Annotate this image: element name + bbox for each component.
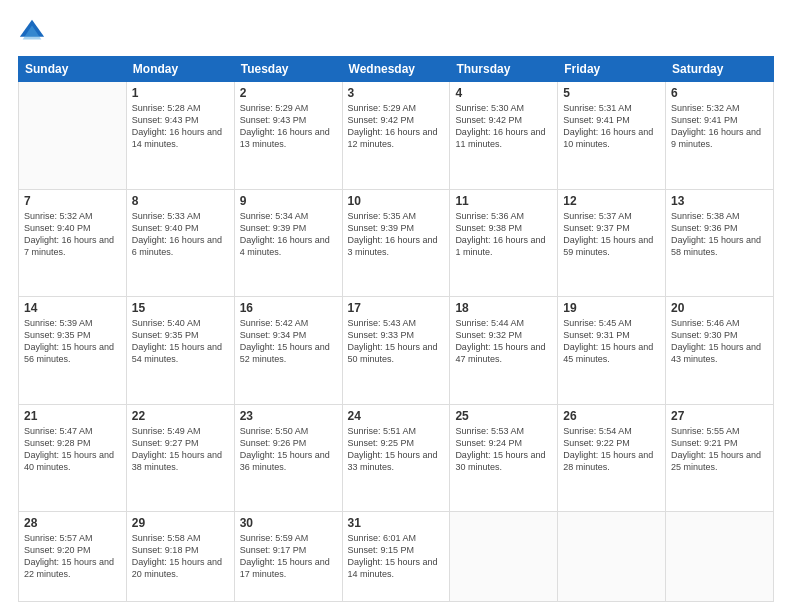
calendar-cell: 22Sunrise: 5:49 AMSunset: 9:27 PMDayligh… bbox=[126, 404, 234, 512]
weekday-header-saturday: Saturday bbox=[666, 57, 774, 82]
cell-info: Sunrise: 5:30 AMSunset: 9:42 PMDaylight:… bbox=[455, 102, 552, 151]
calendar-cell bbox=[19, 82, 127, 190]
page: SundayMondayTuesdayWednesdayThursdayFrid… bbox=[0, 0, 792, 612]
logo-icon bbox=[18, 18, 46, 46]
day-number: 25 bbox=[455, 409, 552, 423]
cell-info: Sunrise: 5:44 AMSunset: 9:32 PMDaylight:… bbox=[455, 317, 552, 366]
cell-info: Sunrise: 5:36 AMSunset: 9:38 PMDaylight:… bbox=[455, 210, 552, 259]
day-number: 6 bbox=[671, 86, 768, 100]
day-number: 1 bbox=[132, 86, 229, 100]
cell-info: Sunrise: 5:53 AMSunset: 9:24 PMDaylight:… bbox=[455, 425, 552, 474]
cell-info: Sunrise: 5:46 AMSunset: 9:30 PMDaylight:… bbox=[671, 317, 768, 366]
day-number: 18 bbox=[455, 301, 552, 315]
calendar-cell: 6Sunrise: 5:32 AMSunset: 9:41 PMDaylight… bbox=[666, 82, 774, 190]
day-number: 14 bbox=[24, 301, 121, 315]
cell-info: Sunrise: 5:45 AMSunset: 9:31 PMDaylight:… bbox=[563, 317, 660, 366]
cell-info: Sunrise: 5:35 AMSunset: 9:39 PMDaylight:… bbox=[348, 210, 445, 259]
day-number: 19 bbox=[563, 301, 660, 315]
calendar-cell: 30Sunrise: 5:59 AMSunset: 9:17 PMDayligh… bbox=[234, 512, 342, 602]
calendar-week-4: 21Sunrise: 5:47 AMSunset: 9:28 PMDayligh… bbox=[19, 404, 774, 512]
day-number: 24 bbox=[348, 409, 445, 423]
calendar-table: SundayMondayTuesdayWednesdayThursdayFrid… bbox=[18, 56, 774, 602]
weekday-header-row: SundayMondayTuesdayWednesdayThursdayFrid… bbox=[19, 57, 774, 82]
day-number: 17 bbox=[348, 301, 445, 315]
day-number: 30 bbox=[240, 516, 337, 530]
cell-info: Sunrise: 5:55 AMSunset: 9:21 PMDaylight:… bbox=[671, 425, 768, 474]
day-number: 22 bbox=[132, 409, 229, 423]
calendar-week-3: 14Sunrise: 5:39 AMSunset: 9:35 PMDayligh… bbox=[19, 297, 774, 405]
cell-info: Sunrise: 5:58 AMSunset: 9:18 PMDaylight:… bbox=[132, 532, 229, 581]
cell-info: Sunrise: 5:54 AMSunset: 9:22 PMDaylight:… bbox=[563, 425, 660, 474]
cell-info: Sunrise: 5:57 AMSunset: 9:20 PMDaylight:… bbox=[24, 532, 121, 581]
cell-info: Sunrise: 5:34 AMSunset: 9:39 PMDaylight:… bbox=[240, 210, 337, 259]
calendar-cell: 27Sunrise: 5:55 AMSunset: 9:21 PMDayligh… bbox=[666, 404, 774, 512]
calendar-cell: 1Sunrise: 5:28 AMSunset: 9:43 PMDaylight… bbox=[126, 82, 234, 190]
weekday-header-monday: Monday bbox=[126, 57, 234, 82]
calendar-cell: 16Sunrise: 5:42 AMSunset: 9:34 PMDayligh… bbox=[234, 297, 342, 405]
day-number: 2 bbox=[240, 86, 337, 100]
calendar-cell: 21Sunrise: 5:47 AMSunset: 9:28 PMDayligh… bbox=[19, 404, 127, 512]
calendar-week-2: 7Sunrise: 5:32 AMSunset: 9:40 PMDaylight… bbox=[19, 189, 774, 297]
day-number: 27 bbox=[671, 409, 768, 423]
cell-info: Sunrise: 6:01 AMSunset: 9:15 PMDaylight:… bbox=[348, 532, 445, 581]
calendar-cell: 9Sunrise: 5:34 AMSunset: 9:39 PMDaylight… bbox=[234, 189, 342, 297]
day-number: 7 bbox=[24, 194, 121, 208]
calendar-cell: 18Sunrise: 5:44 AMSunset: 9:32 PMDayligh… bbox=[450, 297, 558, 405]
cell-info: Sunrise: 5:49 AMSunset: 9:27 PMDaylight:… bbox=[132, 425, 229, 474]
cell-info: Sunrise: 5:37 AMSunset: 9:37 PMDaylight:… bbox=[563, 210, 660, 259]
weekday-header-friday: Friday bbox=[558, 57, 666, 82]
calendar-cell: 5Sunrise: 5:31 AMSunset: 9:41 PMDaylight… bbox=[558, 82, 666, 190]
cell-info: Sunrise: 5:59 AMSunset: 9:17 PMDaylight:… bbox=[240, 532, 337, 581]
day-number: 15 bbox=[132, 301, 229, 315]
cell-info: Sunrise: 5:50 AMSunset: 9:26 PMDaylight:… bbox=[240, 425, 337, 474]
day-number: 5 bbox=[563, 86, 660, 100]
day-number: 29 bbox=[132, 516, 229, 530]
day-number: 28 bbox=[24, 516, 121, 530]
calendar-cell: 8Sunrise: 5:33 AMSunset: 9:40 PMDaylight… bbox=[126, 189, 234, 297]
calendar-cell: 10Sunrise: 5:35 AMSunset: 9:39 PMDayligh… bbox=[342, 189, 450, 297]
day-number: 23 bbox=[240, 409, 337, 423]
day-number: 16 bbox=[240, 301, 337, 315]
weekday-header-sunday: Sunday bbox=[19, 57, 127, 82]
calendar-cell: 20Sunrise: 5:46 AMSunset: 9:30 PMDayligh… bbox=[666, 297, 774, 405]
cell-info: Sunrise: 5:40 AMSunset: 9:35 PMDaylight:… bbox=[132, 317, 229, 366]
calendar-cell: 14Sunrise: 5:39 AMSunset: 9:35 PMDayligh… bbox=[19, 297, 127, 405]
calendar-cell: 19Sunrise: 5:45 AMSunset: 9:31 PMDayligh… bbox=[558, 297, 666, 405]
calendar-cell: 24Sunrise: 5:51 AMSunset: 9:25 PMDayligh… bbox=[342, 404, 450, 512]
calendar-cell: 3Sunrise: 5:29 AMSunset: 9:42 PMDaylight… bbox=[342, 82, 450, 190]
day-number: 26 bbox=[563, 409, 660, 423]
calendar-cell: 28Sunrise: 5:57 AMSunset: 9:20 PMDayligh… bbox=[19, 512, 127, 602]
day-number: 31 bbox=[348, 516, 445, 530]
calendar-week-1: 1Sunrise: 5:28 AMSunset: 9:43 PMDaylight… bbox=[19, 82, 774, 190]
calendar-cell: 25Sunrise: 5:53 AMSunset: 9:24 PMDayligh… bbox=[450, 404, 558, 512]
cell-info: Sunrise: 5:43 AMSunset: 9:33 PMDaylight:… bbox=[348, 317, 445, 366]
calendar-cell: 7Sunrise: 5:32 AMSunset: 9:40 PMDaylight… bbox=[19, 189, 127, 297]
cell-info: Sunrise: 5:28 AMSunset: 9:43 PMDaylight:… bbox=[132, 102, 229, 151]
weekday-header-wednesday: Wednesday bbox=[342, 57, 450, 82]
calendar-cell: 13Sunrise: 5:38 AMSunset: 9:36 PMDayligh… bbox=[666, 189, 774, 297]
calendar-cell bbox=[450, 512, 558, 602]
day-number: 9 bbox=[240, 194, 337, 208]
day-number: 21 bbox=[24, 409, 121, 423]
calendar-cell: 23Sunrise: 5:50 AMSunset: 9:26 PMDayligh… bbox=[234, 404, 342, 512]
calendar-cell: 2Sunrise: 5:29 AMSunset: 9:43 PMDaylight… bbox=[234, 82, 342, 190]
calendar-cell: 11Sunrise: 5:36 AMSunset: 9:38 PMDayligh… bbox=[450, 189, 558, 297]
calendar-cell: 15Sunrise: 5:40 AMSunset: 9:35 PMDayligh… bbox=[126, 297, 234, 405]
calendar-week-5: 28Sunrise: 5:57 AMSunset: 9:20 PMDayligh… bbox=[19, 512, 774, 602]
cell-info: Sunrise: 5:31 AMSunset: 9:41 PMDaylight:… bbox=[563, 102, 660, 151]
calendar-cell bbox=[666, 512, 774, 602]
cell-info: Sunrise: 5:32 AMSunset: 9:41 PMDaylight:… bbox=[671, 102, 768, 151]
weekday-header-thursday: Thursday bbox=[450, 57, 558, 82]
cell-info: Sunrise: 5:29 AMSunset: 9:42 PMDaylight:… bbox=[348, 102, 445, 151]
calendar-cell bbox=[558, 512, 666, 602]
day-number: 10 bbox=[348, 194, 445, 208]
header bbox=[18, 18, 774, 46]
day-number: 11 bbox=[455, 194, 552, 208]
calendar-cell: 17Sunrise: 5:43 AMSunset: 9:33 PMDayligh… bbox=[342, 297, 450, 405]
day-number: 12 bbox=[563, 194, 660, 208]
day-number: 20 bbox=[671, 301, 768, 315]
day-number: 13 bbox=[671, 194, 768, 208]
cell-info: Sunrise: 5:42 AMSunset: 9:34 PMDaylight:… bbox=[240, 317, 337, 366]
calendar-cell: 29Sunrise: 5:58 AMSunset: 9:18 PMDayligh… bbox=[126, 512, 234, 602]
cell-info: Sunrise: 5:47 AMSunset: 9:28 PMDaylight:… bbox=[24, 425, 121, 474]
